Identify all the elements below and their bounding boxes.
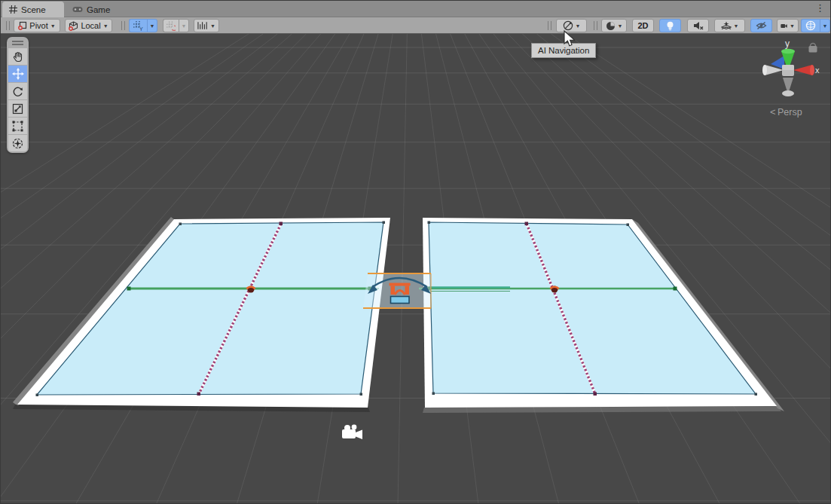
move-icon	[12, 68, 24, 80]
gizmos-dropdown-arrow: ▼	[823, 23, 828, 29]
tools-overlay-handle[interactable]	[12, 41, 23, 45]
perspective-grid	[1, 34, 831, 504]
increment-snap-button[interactable]	[163, 19, 179, 32]
axis-y-label: y	[785, 38, 790, 49]
seam-endpoint	[197, 393, 201, 396]
shaded-sphere-icon	[606, 21, 616, 31]
camera-gizmo[interactable]	[342, 425, 362, 439]
view-hand-tool[interactable]	[8, 48, 27, 65]
snap-increment-button[interactable]: ▼	[194, 19, 219, 32]
snap-increment-dropdown-arrow: ▼	[210, 23, 215, 29]
scene-lighting-button[interactable]	[659, 19, 681, 32]
seam-endpoint	[280, 222, 283, 226]
speaker-muted-icon	[693, 21, 704, 30]
grid-snap-dropdown-arrow: ▼	[150, 23, 155, 29]
scene-grid-icon	[9, 5, 17, 14]
audio-mute-button[interactable]	[687, 19, 709, 32]
camera-icon	[781, 22, 787, 30]
eye-slash-icon	[756, 21, 767, 30]
seam-endpoint	[594, 393, 597, 396]
effects-layers-icon	[721, 21, 732, 31]
gizmos-sphere-icon	[805, 20, 816, 31]
scene-viewport[interactable]: y x	[1, 34, 831, 504]
axis-cube-top	[782, 65, 794, 70]
draw-mode-dropdown-arrow: ▼	[618, 23, 623, 29]
axis-gizmo: y x	[762, 38, 820, 118]
camera-settings-button[interactable]: ▼	[777, 19, 799, 32]
navmesh-link-selected[interactable]	[363, 273, 431, 308]
tools-overlay	[7, 37, 29, 153]
axis-x-cone[interactable]	[793, 65, 814, 75]
tab-scene[interactable]: Scene	[2, 2, 64, 17]
persp-chevron[interactable]: <	[770, 106, 776, 118]
toolbar-drag-handle[interactable]	[6, 21, 10, 30]
increment-snap-icon	[167, 21, 176, 31]
overlay-drag-handle[interactable]	[548, 21, 551, 30]
pivot-mode-button[interactable]: Pivot ▼	[14, 19, 60, 32]
hand-icon	[12, 51, 23, 63]
axis-negy-cone[interactable]	[782, 78, 794, 96]
tab-bar: Scene Game ⋮	[1, 1, 830, 17]
grid-snap-icon: Y	[133, 21, 143, 31]
left-table[interactable]	[13, 217, 390, 412]
effects-dropdown-arrow: ▼	[734, 23, 739, 29]
lightbulb-icon	[666, 21, 674, 31]
grid-snapping-dropdown[interactable]: ▼	[147, 19, 157, 32]
local-space-button[interactable]: Local ▼	[65, 19, 112, 32]
effects-button[interactable]: ▼	[714, 19, 745, 32]
rotate-icon	[12, 86, 23, 97]
increment-snap-dropdown-arrow: ▼	[182, 23, 187, 29]
gizmos-dropdown[interactable]: ▼	[820, 19, 830, 32]
transform-tool[interactable]	[8, 135, 27, 151]
persp-label[interactable]: Persp	[778, 107, 802, 118]
gizmos-button[interactable]	[801, 19, 820, 32]
2d-label: 2D	[637, 21, 648, 30]
local-dropdown-arrow: ▼	[103, 23, 108, 29]
link-endpoint	[674, 287, 677, 291]
tab-game-label: Game	[87, 5, 110, 14]
scale-tool[interactable]	[8, 100, 27, 117]
ai-navigation-dropdown-arrow: ▼	[576, 23, 581, 29]
local-cube-icon	[69, 21, 78, 31]
unity-scene-view-window: Scene Game ⋮ Pivot ▼ Local ▼ Y ▼ ▼	[0, 0, 831, 504]
camera-dropdown-arrow: ▼	[790, 23, 795, 29]
seam-endpoint	[525, 222, 529, 226]
draw-mode-button[interactable]: ▼	[601, 19, 627, 32]
move-tool[interactable]	[8, 66, 27, 82]
scene-toolbar: Pivot ▼ Local ▼ Y ▼ ▼ ▼ ▼	[1, 17, 830, 34]
right-table[interactable]	[419, 218, 784, 413]
rect-tool[interactable]	[8, 118, 27, 134]
toolbar-drag-handle-2[interactable]	[121, 21, 125, 30]
pivot-dropdown-arrow: ▼	[50, 23, 56, 29]
scale-icon	[12, 103, 23, 115]
pivot-label: Pivot	[29, 21, 47, 30]
transform-icon	[12, 138, 23, 149]
tab-game[interactable]: Game	[66, 2, 117, 17]
rect-tool-icon	[12, 121, 23, 132]
lock-icon[interactable]	[809, 44, 817, 53]
axis-x-label: x	[815, 66, 820, 75]
local-label: Local	[81, 21, 100, 30]
grid-snapping-button[interactable]: Y	[129, 19, 147, 32]
2d-mode-button[interactable]: 2D	[632, 19, 654, 32]
pane-menu-button[interactable]: ⋮	[815, 2, 824, 14]
right-navmesh	[429, 222, 756, 394]
tab-scene-label: Scene	[21, 5, 46, 14]
gamepad-icon	[72, 6, 83, 13]
ruler-ticks-icon	[197, 21, 208, 30]
rotate-tool[interactable]	[8, 83, 27, 99]
mouse-cursor	[562, 30, 577, 48]
svg-text:Y: Y	[139, 26, 143, 31]
increment-snap-dropdown[interactable]: ▼	[179, 19, 189, 32]
scene-visibility-button[interactable]	[750, 19, 772, 32]
link-endpoint	[127, 287, 131, 291]
ai-navigation-surface-icon	[563, 20, 573, 31]
pivot-icon	[18, 21, 27, 30]
overlay-drag-handle-2[interactable]	[594, 21, 597, 30]
